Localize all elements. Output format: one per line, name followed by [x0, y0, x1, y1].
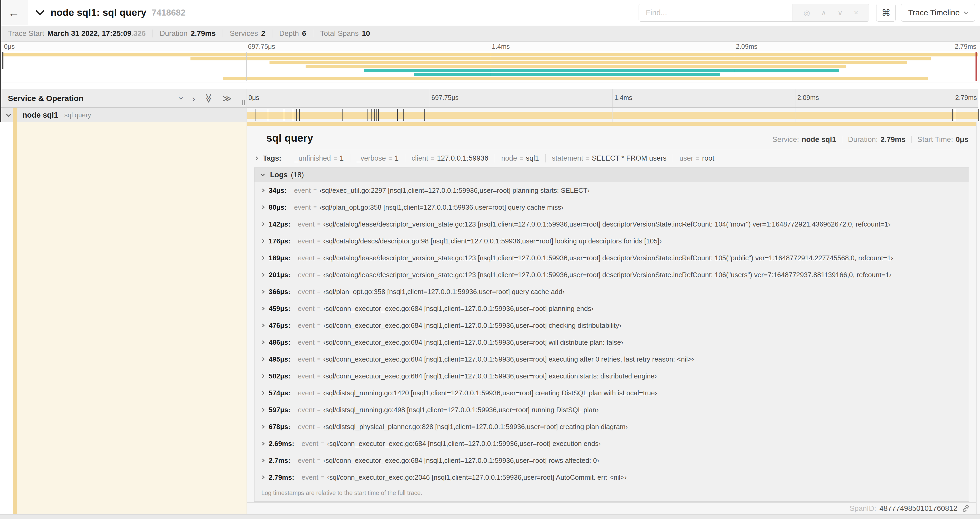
- grid-line: [430, 89, 430, 107]
- page-title: node sql1: sql query: [51, 7, 146, 18]
- log-field-key: event: [294, 203, 311, 211]
- span-row-name-cell[interactable]: node sql1 sql query: [0, 108, 247, 122]
- divider: [223, 30, 223, 37]
- ruler-tick-label: 2.79ms: [955, 94, 977, 102]
- trace-view-selector[interactable]: Trace Timeline: [901, 4, 975, 22]
- summary-item: Duration2.79ms: [160, 29, 216, 38]
- grid-line: [795, 89, 796, 107]
- divider: [842, 136, 842, 143]
- log-entry[interactable]: 597μs:event=‹sql/distsql_running.go:498 …: [255, 401, 969, 418]
- log-entry[interactable]: 2.7ms:event=‹sql/conn_executor_exec.go:6…: [255, 452, 969, 469]
- log-event-tick: [256, 109, 256, 121]
- log-field-key: event: [298, 389, 315, 397]
- panel-divider[interactable]: [247, 89, 247, 514]
- log-entry[interactable]: 201μs:event=‹sql/catalog/lease/descripto…: [255, 267, 969, 283]
- minimap-canvas[interactable]: [2, 52, 978, 81]
- prev-match-icon[interactable]: ∧: [821, 8, 826, 17]
- tag-item[interactable]: statement=SELECT * FROM users: [545, 154, 673, 163]
- tag-item[interactable]: _verbose=1: [350, 154, 405, 163]
- log-entry[interactable]: 189μs:event=‹sql/catalog/lease/descripto…: [255, 249, 969, 267]
- log-field-key: event: [298, 288, 315, 296]
- service-operation-header: Service & Operation › › ≫ ≫: [0, 89, 247, 108]
- detail-top-strip: [247, 122, 980, 126]
- column-resize-grip[interactable]: [242, 100, 245, 105]
- minimap-view-marker[interactable]: [975, 52, 977, 81]
- log-field-value: ‹sql/distsql_physical_planner.go:828 [ns…: [323, 423, 628, 431]
- log-entry[interactable]: 476μs:event=‹sql/conn_executor_exec.go:6…: [255, 317, 969, 334]
- log-event-tick: [955, 109, 955, 121]
- service-value: node sql1: [802, 135, 836, 144]
- log-entry[interactable]: 2.69ms:event=‹sql/conn_executor_exec.go:…: [255, 435, 969, 452]
- summary-value-suffix: .326: [132, 29, 146, 38]
- minimap-tick-label: 0μs: [4, 43, 15, 50]
- summary-label: Depth: [279, 29, 299, 38]
- log-entry[interactable]: 495μs:event=‹sql/conn_executor_exec.go:6…: [255, 351, 969, 367]
- tag-key: _unfinished: [294, 154, 331, 163]
- log-field-key: event: [298, 305, 315, 313]
- log-entry[interactable]: 142μs:event=‹sql/catalog/lease/descripto…: [255, 216, 969, 233]
- minimap-tick-label: 2.09ms: [736, 43, 757, 50]
- deep-link-icon[interactable]: [962, 504, 970, 513]
- locate-icon[interactable]: ◎: [803, 8, 810, 17]
- minimap-span-bar: [364, 69, 839, 72]
- trace-collapse-chevron-icon[interactable]: [35, 6, 45, 16]
- collapse-one-icon[interactable]: ›: [177, 97, 186, 100]
- grid-line: [734, 52, 734, 81]
- log-field-value: ‹sql/distsql_running.go:1420 [nsql1,clie…: [323, 389, 657, 397]
- keyboard-shortcuts-button[interactable]: ⌘: [876, 4, 896, 22]
- tag-value: 1: [340, 154, 344, 163]
- tag-item[interactable]: client=127.0.0.1:59936: [405, 154, 495, 163]
- log-equals: =: [317, 322, 321, 329]
- find-input[interactable]: [639, 4, 792, 21]
- log-field-key: event: [302, 473, 318, 482]
- tag-item[interactable]: node=sql1: [495, 154, 545, 163]
- log-entry[interactable]: 366μs:event=‹sql/plan_opt.go:358 [nsql1,…: [255, 283, 969, 300]
- log-field-value: ‹sql/conn_executor_exec.go:684 [nsql1,cl…: [323, 305, 593, 313]
- log-field-value: ‹sql/conn_executor_exec.go:684 [nsql1,cl…: [323, 355, 694, 363]
- logs-header[interactable]: Logs (18): [255, 168, 969, 182]
- log-entry[interactable]: 2.79ms:event=‹sql/conn_executor_exec.go:…: [255, 469, 969, 486]
- span-collapse-chevron-icon[interactable]: [6, 112, 11, 117]
- tags-accordion[interactable]: Tags: _unfinished=1_verbose=1client=127.…: [255, 150, 976, 166]
- clear-search-icon[interactable]: ×: [854, 8, 858, 17]
- minimap-ruler: 0μs697.75μs1.4ms2.09ms2.79ms: [2, 42, 978, 52]
- log-event-tick: [952, 109, 953, 121]
- back-button[interactable]: ←: [0, 0, 28, 25]
- detail-row-tint: [17, 122, 247, 514]
- chevron-right-icon: [261, 239, 264, 243]
- tag-item[interactable]: user=root: [673, 154, 721, 163]
- tag-item[interactable]: _unfinished=1: [288, 154, 350, 163]
- log-entry[interactable]: 502μs:event=‹sql/conn_executor_exec.go:6…: [255, 367, 969, 385]
- scrollbar[interactable]: [976, 122, 980, 514]
- log-equals: =: [313, 187, 317, 194]
- log-timestamp: 2.7ms:: [269, 457, 290, 465]
- detail-meta: Service: node sql1 Duration: 2.79ms Star…: [772, 135, 969, 144]
- span-id-row: SpanID: 4877749850101760812: [247, 502, 976, 514]
- log-entry[interactable]: 459μs:event=‹sql/conn_executor_exec.go:6…: [255, 300, 969, 317]
- jaeger-trace-page: ← node sql1: sql query 7418682 ◎ ∧ ∨ × ⌘…: [0, 0, 980, 519]
- span-bar-cell[interactable]: [247, 108, 978, 122]
- back-arrow-icon: ←: [8, 6, 20, 19]
- next-match-icon[interactable]: ∨: [837, 8, 843, 17]
- log-equals: =: [317, 305, 321, 312]
- chevron-right-icon: [261, 408, 264, 412]
- log-event-tick: [425, 109, 425, 121]
- expand-one-icon[interactable]: ›: [192, 94, 195, 103]
- chevron-right-icon: [261, 458, 264, 462]
- log-event-tick: [367, 109, 368, 121]
- minimap-left-handle[interactable]: [2, 52, 3, 69]
- expand-all-icon[interactable]: ≫: [222, 94, 232, 103]
- log-event-tick: [299, 109, 300, 121]
- log-entry[interactable]: 574μs:event=‹sql/distsql_running.go:1420…: [255, 385, 969, 401]
- log-field-key: event: [298, 423, 315, 431]
- log-entry[interactable]: 34μs:event=‹sql/exec_util.go:2297 [nsql1…: [255, 182, 969, 199]
- log-entry[interactable]: 486μs:event=‹sql/conn_executor_exec.go:6…: [255, 334, 969, 351]
- log-entry[interactable]: 80μs:event=‹sql/plan_opt.go:358 [nsql1,c…: [255, 199, 969, 216]
- divider: [272, 30, 272, 37]
- start-time-label: Start Time:: [917, 135, 953, 144]
- grid-line: [246, 52, 247, 81]
- log-timestamp: 476μs:: [269, 321, 290, 330]
- log-entry[interactable]: 678μs:event=‹sql/distsql_physical_planne…: [255, 418, 969, 435]
- collapse-all-icon[interactable]: ≫: [204, 94, 213, 103]
- log-entry[interactable]: 176μs:event=‹sql/catalog/descs/descripto…: [255, 233, 969, 249]
